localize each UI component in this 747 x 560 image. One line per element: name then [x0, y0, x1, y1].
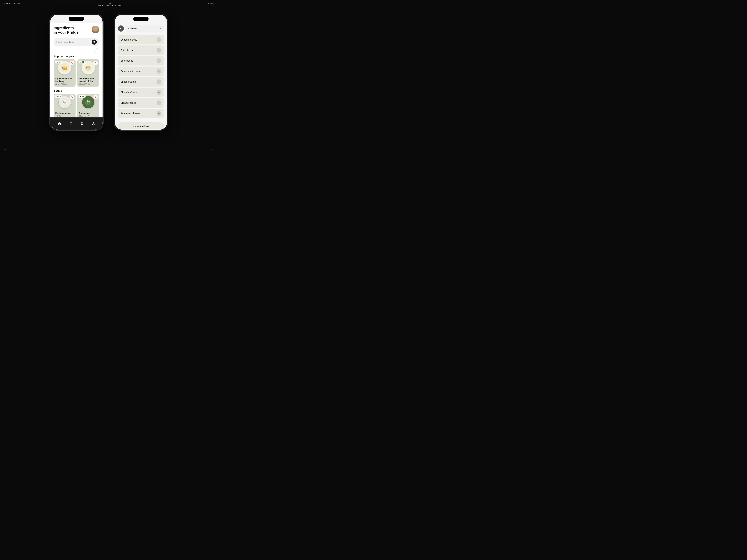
ingredient-item-1[interactable]: Feta cheese + [118, 46, 164, 55]
ingredient-item-4[interactable]: Cheese Curds + [118, 77, 164, 86]
soup-2-title: Green soup [79, 112, 98, 115]
svg-point-7 [64, 66, 65, 68]
svg-point-21 [66, 101, 66, 102]
footer-year: 2023 [210, 148, 214, 150]
recipe-1-title: Squash daal with fried egg [55, 78, 74, 83]
recipe-2-bookmark[interactable]: 🔖 [93, 60, 98, 65]
arrow-button[interactable]: → [95, 48, 99, 53]
bookmark-icon [80, 122, 84, 125]
search-icon-button[interactable] [92, 39, 97, 45]
ingredient-item-7[interactable]: Parmesan cheese + [118, 109, 164, 118]
back-arrow-icon [120, 27, 122, 30]
recipe-2-title: Flatbreads with avocado & feta [79, 78, 98, 83]
ingredient-item-5[interactable]: Cheddar Curds + [118, 87, 164, 97]
phone-2: Cheese ✕ Cottage cheese + Feta cheese + [114, 14, 168, 131]
recipe-1-bookmark[interactable]: 🔖 [70, 60, 74, 65]
soup-card-2[interactable]: ★ 4.8 🔖 Green soup 45 min 154 Cal [77, 94, 99, 119]
add-button-4[interactable]: + [157, 79, 161, 84]
avatar[interactable] [92, 26, 99, 33]
phone1-header: Ingredients in your Fridge [50, 23, 103, 36]
bottom-nav [50, 117, 103, 130]
ingredient-name-3: Camembert cheese [121, 70, 141, 73]
phone2-content: Cheese ✕ Cottage cheese + Feta cheese + [115, 23, 167, 130]
arrow-row: → [50, 48, 103, 54]
popular-recipes-title: Popular recipes [50, 54, 103, 59]
profile-icon [92, 122, 95, 125]
ingredient-item-0[interactable]: Cottage cheese + [118, 35, 164, 45]
soup-1-title: Mushroom soup [55, 112, 74, 115]
phone-2-inner: Cheese ✕ Cottage cheese + Feta cheese + [115, 15, 167, 130]
svg-point-27 [87, 103, 88, 104]
search-field-value: Cheese [128, 27, 136, 30]
add-button-3[interactable]: + [157, 69, 161, 74]
add-button-2[interactable]: + [157, 58, 161, 63]
show-recipes-button[interactable]: Show Recipes [118, 122, 164, 130]
clear-button[interactable]: ✕ [160, 27, 162, 30]
svg-line-1 [95, 42, 95, 43]
shot-label: #SHOT 20 [208, 2, 214, 7]
add-button-0[interactable]: + [157, 37, 161, 42]
search-placeholder: Search ingredients [56, 41, 92, 43]
food-svg-4 [83, 97, 93, 107]
search-icon [93, 41, 95, 43]
recipe-card-1[interactable]: ★ 4.5 🔖 Squash daal with fried egg 40 mi… [54, 59, 76, 87]
soup-card-1[interactable]: ★ 5.0 🔖 Mushroom soup 148 Cal [54, 94, 76, 119]
svg-point-22 [65, 101, 65, 101]
phone1-title: Ingredients in your Fridge [54, 26, 79, 35]
dynamic-island-1 [69, 17, 84, 21]
ingredient-name-6: Cream cheese [121, 102, 136, 104]
ingredient-list: Cottage cheese + Feta cheese + Brie chee… [115, 34, 167, 121]
soups-grid: ★ 5.0 🔖 Mushroom soup 148 Cal [50, 94, 103, 119]
recipe-card-2[interactable]: ★ 4.5 🔖 Flatbreads with avocado & feta 1… [77, 59, 99, 87]
soup-2-meta: 45 min 154 Cal [79, 115, 98, 117]
svg-point-13 [87, 68, 88, 69]
ingredient-name-0: Cottage cheese [121, 38, 137, 41]
add-button-6[interactable]: + [157, 101, 161, 105]
avatar-image [92, 26, 99, 33]
ingredient-item-2[interactable]: Brie cheese + [118, 56, 164, 65]
phone2-header: Cheese ✕ [115, 23, 167, 34]
recipe-icon [69, 122, 73, 125]
ingredients-title: Ingredients in your Fridge [54, 26, 79, 35]
svg-point-20 [63, 103, 63, 103]
svg-rect-25 [86, 100, 88, 102]
nav-bookmarks[interactable] [79, 121, 85, 126]
svg-point-28 [88, 102, 89, 103]
nav-home[interactable] [57, 121, 62, 126]
search-bar[interactable]: Search ingredients [54, 38, 99, 46]
brand-label: TECHSTACK DESIGN [3, 2, 20, 4]
phone-1: Ingredients in your Fridge Search ingred… [49, 14, 104, 131]
recipe-1-meta: 40 min 239 Cal [55, 83, 74, 85]
ingredient-name-1: Feta cheese [121, 49, 134, 52]
svg-point-14 [88, 66, 89, 67]
phone-1-inner: Ingredients in your Fridge Search ingred… [50, 15, 103, 130]
svg-point-24 [85, 100, 91, 105]
add-button-1[interactable]: + [157, 48, 161, 53]
back-button[interactable] [118, 25, 124, 32]
soup-1-bookmark[interactable]: 🔖 [70, 95, 74, 100]
nav-profile[interactable] [91, 121, 96, 126]
home-icon [58, 122, 61, 125]
ingredient-name-5: Cheddar Curds [121, 91, 137, 94]
footer-plus: + + [3, 148, 6, 150]
recipe-card-1-body: Squash daal with fried egg 40 min 239 Ca… [54, 76, 76, 87]
svg-rect-26 [88, 101, 90, 102]
svg-point-19 [64, 102, 66, 104]
recipe-card-2-body: Flatbreads with avocado & feta 1 hour 23… [77, 76, 99, 87]
recipe-2-meta: 1 hour 239 Cal [79, 83, 98, 85]
food-svg-2 [83, 62, 94, 73]
recipe-1-badge: ★ 4.5 [55, 60, 62, 63]
ingredient-name-2: Brie cheese [121, 59, 133, 62]
ingredient-item-6[interactable]: Cream cheese + [118, 98, 164, 108]
active-search-field[interactable]: Cheese ✕ [126, 25, 164, 32]
add-button-5[interactable]: + [157, 90, 161, 95]
nav-recipes[interactable] [68, 121, 74, 126]
soup-2-bookmark[interactable]: 🔖 [93, 95, 98, 100]
phones-container: Ingredients in your Fridge Search ingred… [49, 14, 168, 131]
food-svg-1 [59, 63, 70, 73]
soup-1-badge: ★ 5.0 [55, 95, 62, 98]
ingredient-item-3[interactable]: Camembert cheese + [118, 66, 164, 76]
svg-point-32 [71, 123, 71, 123]
add-button-7[interactable]: + [157, 111, 161, 116]
ingredient-name-4: Cheese Curds [121, 80, 136, 83]
